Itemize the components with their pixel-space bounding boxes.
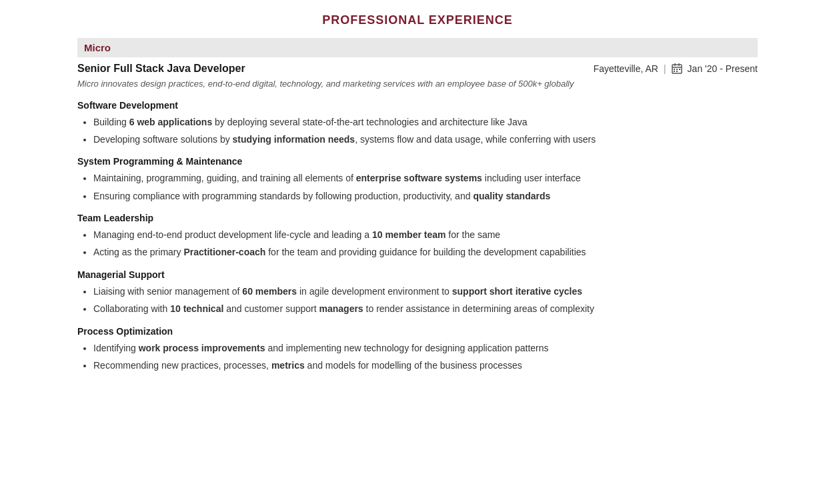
bullet-item-2-1: Acting as the primary Practitioner-coach…: [93, 245, 758, 259]
section-title: PROFESSIONAL EXPERIENCE: [77, 13, 758, 27]
skill-list-0: Building 6 web applications by deploying…: [77, 115, 758, 147]
skills-container: Software DevelopmentBuilding 6 web appli…: [77, 100, 758, 373]
skill-section-1: System Programming & MaintenanceMaintain…: [77, 156, 758, 203]
skill-title-2: Team Leadership: [77, 213, 758, 223]
bullet-item-0-0: Building 6 web applications by deploying…: [93, 115, 758, 129]
bullet-item-1-1: Ensuring compliance with programming sta…: [93, 189, 758, 203]
job-meta: Fayetteville, AR | Jan '20 - Present: [594, 63, 758, 74]
skill-title-3: Managerial Support: [77, 269, 758, 280]
bullet-item-4-0: Identifying work process improvements an…: [93, 341, 758, 355]
company-name: Micro: [84, 42, 111, 53]
resume-page: PROFESSIONAL EXPERIENCE Micro Senior Ful…: [51, 0, 784, 395]
svg-rect-7: [674, 71, 675, 72]
skill-list-2: Managing end-to-end product development …: [77, 227, 758, 260]
company-header: Micro: [77, 38, 758, 57]
skill-list-4: Identifying work process improvements an…: [77, 341, 758, 373]
skill-list-3: Liaising with senior management of 60 me…: [77, 284, 758, 317]
bullet-item-2-0: Managing end-to-end product development …: [93, 227, 758, 242]
svg-rect-4: [674, 69, 675, 70]
job-location: Fayetteville, AR: [594, 63, 658, 74]
calendar-icon: [672, 63, 682, 74]
bullet-item-3-0: Liaising with senior management of 60 me…: [93, 284, 758, 299]
bullet-item-4-1: Recommending new practices, processes, m…: [93, 358, 758, 373]
job-title: Senior Full Stack Java Developer: [77, 63, 245, 75]
job-description: Micro innovates design practices, end-to…: [77, 77, 758, 91]
skill-title-0: Software Development: [77, 100, 758, 111]
skill-section-3: Managerial SupportLiaising with senior m…: [77, 269, 758, 317]
skill-section-0: Software DevelopmentBuilding 6 web appli…: [77, 100, 758, 147]
bullet-item-3-1: Collaborating with 10 technical and cust…: [93, 301, 758, 316]
separator: |: [664, 63, 666, 74]
bullet-item-1-0: Maintaining, programming, guiding, and t…: [93, 171, 758, 185]
svg-rect-6: [679, 69, 680, 70]
bullet-item-0-1: Developing software solutions by studyin…: [93, 132, 758, 147]
svg-rect-8: [676, 71, 678, 72]
skill-title-1: System Programming & Maintenance: [77, 156, 758, 167]
skill-list-1: Maintaining, programming, guiding, and t…: [77, 171, 758, 203]
svg-rect-5: [676, 69, 678, 70]
job-header: Senior Full Stack Java Developer Fayette…: [77, 63, 758, 75]
skill-section-2: Team LeadershipManaging end-to-end produ…: [77, 213, 758, 260]
skill-section-4: Process OptimizationIdentifying work pro…: [77, 326, 758, 373]
skill-title-4: Process Optimization: [77, 326, 758, 337]
job-date-range: Jan '20 - Present: [688, 63, 758, 74]
